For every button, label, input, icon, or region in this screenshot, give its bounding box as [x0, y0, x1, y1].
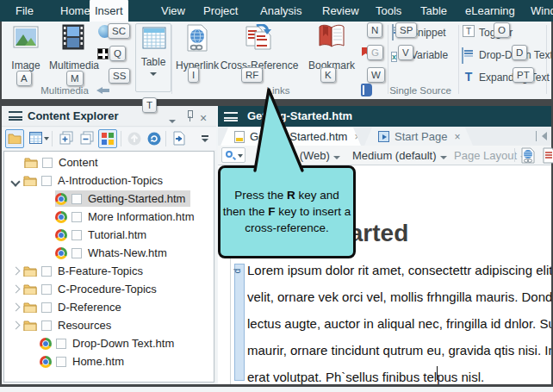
text-segment: ornare — [290, 343, 327, 358]
drop-down-text-icon — [462, 47, 463, 64]
text-segment: frhngilla — [426, 289, 472, 304]
folder-icon — [23, 320, 37, 331]
tree-item-checkbox[interactable] — [41, 320, 52, 331]
tree-item-checkbox[interactable] — [41, 302, 52, 313]
content-tree: ContentA-Introduction-TopicsGetting-Star… — [3, 151, 214, 383]
drop-down-text-button[interactable]: Drop-Down Text — [462, 47, 551, 64]
show-folders-button[interactable] — [5, 129, 24, 148]
text-segment: nec, — [419, 316, 443, 331]
text-segment: tincidunt — [332, 343, 380, 358]
tree-item-checkbox[interactable] — [71, 248, 82, 258]
tree-item-checkbox[interactable] — [42, 158, 53, 168]
tree-item-checkbox[interactable] — [41, 176, 52, 186]
tab-scroll-left-icon[interactable] — [542, 132, 547, 140]
open-file-button[interactable] — [171, 129, 190, 148]
group-label-multimedia: Multimedia — [26, 85, 103, 96]
page-layout-dropdown[interactable]: Page Layout — [454, 149, 527, 162]
tree-expander-icon[interactable] — [10, 284, 21, 295]
tree-item[interactable]: Drop-Down Text.htm — [5, 334, 212, 352]
callout-segment: cross-reference. — [245, 221, 329, 234]
panel-pin-icon[interactable] — [185, 110, 194, 121]
qr-code-icon[interactable] — [97, 48, 109, 59]
ribbon-tab-review[interactable]: Review — [317, 0, 364, 22]
tree-item-checkbox[interactable] — [71, 212, 82, 222]
paragraph-tag-bar[interactable]: p — [234, 264, 245, 381]
ribbon-tab-table[interactable]: Table — [415, 0, 452, 22]
collapse-all-button[interactable] — [78, 129, 96, 148]
table-dropdown-caret[interactable] — [150, 72, 157, 76]
layout-dropdown[interactable]: Layout (Web) — [263, 149, 340, 162]
ribbon-tab-insert[interactable]: Insert — [90, 0, 128, 22]
tab-start-page[interactable]: Start Page × — [364, 128, 473, 146]
expand-all-button[interactable] — [57, 129, 76, 148]
ribbon-tab-analysis[interactable]: Analysis — [255, 0, 307, 22]
expanding-text-button[interactable]: T Expanding Text — [462, 69, 551, 86]
link-document-icon[interactable] — [521, 147, 535, 164]
tree-item[interactable]: Content — [5, 153, 212, 171]
text-segment: ipsum — [288, 263, 322, 277]
document-menu-icon[interactable] — [224, 112, 238, 121]
tree-expander-icon[interactable] — [10, 176, 21, 186]
tree-item[interactable]: Getting-Started.htm — [5, 190, 212, 208]
tree-item-checkbox[interactable] — [41, 266, 52, 277]
hyperlink-icon — [186, 24, 208, 52]
ribbon-tab-file[interactable]: File — [10, 0, 39, 22]
tree-item[interactable]: D-Reference — [5, 298, 212, 316]
panel-menu-icon[interactable] — [9, 111, 22, 121]
view-options-button[interactable] — [98, 129, 117, 148]
tree-item-checkbox[interactable] — [71, 194, 82, 204]
ribbon-tab-bar: FileHomeInsertViewProjectAnalysisReviewT… — [0, 0, 553, 22]
tree-item[interactable]: A-Introduction-Topics — [5, 171, 212, 190]
toolbar-overflow-button[interactable] — [200, 129, 212, 148]
tree-item[interactable]: C-Procedure-Topics — [5, 280, 212, 298]
keytip-drop-down-text: D — [512, 45, 527, 60]
tree-item[interactable]: B-Feature-Topics — [5, 262, 212, 280]
keytip-expanding-text: PT — [513, 67, 534, 83]
folder-icon — [23, 265, 37, 277]
view-grid-button[interactable] — [28, 129, 47, 148]
folder-icon — [23, 283, 37, 295]
ribbon-tab-window[interactable]: Window — [525, 0, 553, 22]
toolbar-separator — [165, 131, 166, 146]
tree-expander-icon[interactable] — [10, 320, 21, 331]
ribbon-tab-project[interactable]: Project — [198, 0, 243, 22]
text-segment: nisi. — [518, 343, 541, 358]
html-file-icon — [40, 338, 52, 350]
ribbon-tab-tools[interactable]: Tools — [370, 0, 407, 22]
tree-item[interactable]: More Information.htm — [5, 208, 212, 226]
table-button[interactable]: Table — [135, 23, 171, 92]
refresh-button[interactable] — [145, 129, 164, 148]
panel-close-icon[interactable]: × — [200, 111, 207, 125]
zoom-tool[interactable] — [221, 147, 245, 163]
tree-item-checkbox[interactable] — [41, 284, 52, 295]
tree-item[interactable]: Tutorial.htm — [5, 226, 212, 244]
tree-item[interactable]: Whats-New.htm — [5, 244, 212, 262]
tree-item[interactable]: Home.htm — [5, 352, 212, 370]
tree-expander-icon[interactable] — [10, 266, 21, 277]
upload-button[interactable] — [125, 129, 144, 148]
html-file-icon — [55, 229, 67, 241]
tab-close-icon[interactable]: × — [354, 131, 360, 143]
tab-close-icon[interactable]: × — [454, 131, 460, 143]
text-segment: qtis — [494, 343, 514, 358]
tab-getting-started[interactable]: Getting-Started.htm × — [221, 128, 361, 146]
medium-dropdown[interactable]: Medium (default) — [352, 149, 447, 162]
tree-item-checkbox[interactable] — [71, 230, 82, 240]
tree-item-inner: Getting-Started.htm — [55, 190, 190, 207]
content-explorer-title: Content Explorer — [28, 109, 118, 122]
group-separator — [458, 25, 459, 94]
ribbon-tab-view[interactable]: View — [156, 0, 190, 22]
tree-item-inner: More Information.htm — [55, 208, 200, 225]
glossary-book-icon[interactable] — [361, 84, 372, 96]
refresh-icon — [147, 132, 161, 146]
ribbon-tab-elearning[interactable]: eLearning — [460, 0, 520, 22]
tree-expander-icon[interactable] — [10, 302, 21, 313]
tree-item[interactable]: Resources — [5, 316, 212, 334]
tab-label: Start Page — [395, 130, 447, 143]
snippet-document-icon[interactable] — [543, 147, 553, 164]
html-file-icon — [55, 193, 67, 205]
text-segment: mollis — [390, 289, 423, 304]
tree-item-checkbox[interactable] — [56, 357, 66, 367]
panel-dropdown-caret[interactable] — [169, 114, 176, 126]
tree-item-checkbox[interactable] — [56, 339, 66, 349]
